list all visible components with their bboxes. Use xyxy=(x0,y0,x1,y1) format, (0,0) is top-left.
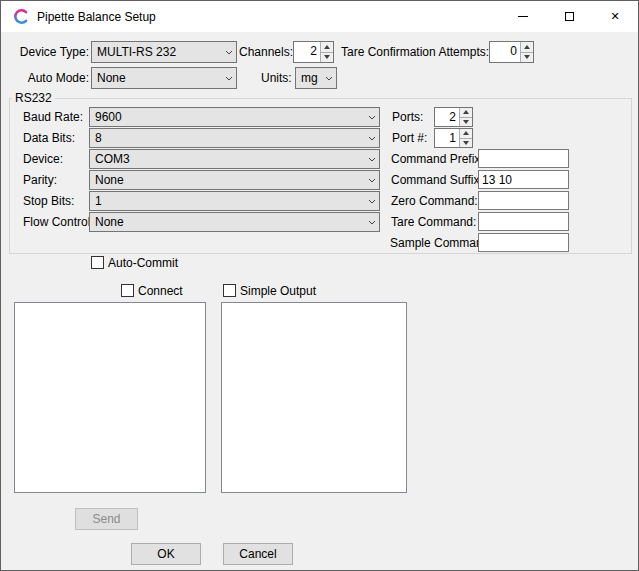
auto-commit-checkbox[interactable] xyxy=(91,256,104,269)
title-bar: Pipette Balance Setup ✕ xyxy=(1,1,638,32)
port-number-label: Port #: xyxy=(392,131,427,145)
device-type-select[interactable]: MULTI-RS 232 xyxy=(91,41,237,63)
baud-rate-label: Baud Rate: xyxy=(23,110,83,124)
units-label: Units: xyxy=(261,71,292,85)
command-prefix-label: Command Prefix: xyxy=(391,152,484,166)
arrow-up-icon xyxy=(463,131,469,135)
ports-up-button[interactable] xyxy=(460,108,472,117)
port-number-up-button[interactable] xyxy=(460,129,472,138)
tare-attempts-label: Tare Confirmation Attempts: xyxy=(341,45,489,59)
rs232-group-label: RS232 xyxy=(12,91,55,105)
chevron-down-icon xyxy=(321,76,336,81)
zero-command-label: Zero Command: xyxy=(391,194,478,208)
channels-down-button[interactable] xyxy=(321,52,333,63)
baud-rate-select[interactable]: 9600 xyxy=(89,107,380,127)
units-value: mg xyxy=(296,71,321,85)
arrow-up-icon xyxy=(324,45,330,49)
arrow-down-icon xyxy=(324,55,330,59)
minimize-icon xyxy=(518,16,528,17)
arrow-up-icon xyxy=(463,110,469,114)
tare-attempts-stepper[interactable]: 0 xyxy=(489,41,534,63)
auto-mode-label: Auto Mode: xyxy=(15,71,89,85)
connect-label: Connect xyxy=(138,284,183,298)
parity-value: None xyxy=(90,173,364,187)
flow-control-select[interactable]: None xyxy=(89,212,380,232)
stop-bits-label: Stop Bits: xyxy=(23,194,74,208)
window-title: Pipette Balance Setup xyxy=(37,10,156,24)
tare-command-label: Tare Command: xyxy=(391,215,476,229)
connect-output-listbox[interactable] xyxy=(14,302,206,493)
device-select[interactable]: COM3 xyxy=(89,149,380,169)
arrow-down-icon xyxy=(463,141,469,145)
channels-stepper[interactable]: 2 xyxy=(293,41,334,63)
zero-command-input[interactable] xyxy=(478,191,569,210)
channels-value: 2 xyxy=(294,42,320,62)
stop-bits-select[interactable]: 1 xyxy=(89,191,380,211)
close-icon: ✕ xyxy=(610,11,619,22)
simple-output-listbox[interactable] xyxy=(221,302,407,493)
arrow-up-icon xyxy=(524,45,530,49)
command-suffix-label: Command Suffix: xyxy=(391,173,483,187)
connect-checkbox[interactable] xyxy=(121,284,134,297)
ports-spin-buttons xyxy=(459,108,472,126)
sample-command-input[interactable] xyxy=(478,233,569,252)
stop-bits-value: 1 xyxy=(90,194,364,208)
data-bits-label: Data Bits: xyxy=(23,131,75,145)
chevron-down-icon xyxy=(364,115,379,120)
chevron-down-icon xyxy=(364,220,379,225)
channels-spin-buttons xyxy=(320,42,333,62)
send-button[interactable]: Send xyxy=(75,508,138,530)
arrow-down-icon xyxy=(463,120,469,124)
tare-command-input[interactable] xyxy=(478,212,569,231)
ports-value: 2 xyxy=(435,108,459,126)
command-suffix-input[interactable] xyxy=(478,170,569,189)
window-controls: ✕ xyxy=(500,1,638,32)
simple-output-label: Simple Output xyxy=(240,284,316,298)
chevron-down-icon xyxy=(364,157,379,162)
simple-output-checkbox[interactable] xyxy=(223,284,236,297)
cancel-button[interactable]: Cancel xyxy=(223,543,293,565)
device-type-value: MULTI-RS 232 xyxy=(92,45,221,59)
auto-mode-value: None xyxy=(92,71,221,85)
tare-attempts-value: 0 xyxy=(490,42,520,62)
baud-rate-value: 9600 xyxy=(90,110,364,124)
arrow-down-icon xyxy=(524,55,530,59)
dialog-window: Pipette Balance Setup ✕ Device Type: MUL… xyxy=(0,0,639,571)
device-label: Device: xyxy=(23,152,63,166)
device-type-label: Device Type: xyxy=(15,45,89,59)
chevron-down-icon xyxy=(221,50,236,55)
chevron-down-icon xyxy=(364,178,379,183)
port-number-stepper[interactable]: 1 xyxy=(434,128,473,148)
ok-button[interactable]: OK xyxy=(131,543,201,565)
auto-commit-label: Auto-Commit xyxy=(108,256,178,270)
data-bits-value: 8 xyxy=(90,131,364,145)
parity-select[interactable]: None xyxy=(89,170,380,190)
chevron-down-icon xyxy=(221,76,236,81)
flow-control-label: Flow Control: xyxy=(23,215,94,229)
device-value: COM3 xyxy=(90,152,364,166)
parity-label: Parity: xyxy=(23,173,57,187)
port-number-value: 1 xyxy=(435,129,459,147)
maximize-button[interactable] xyxy=(546,1,592,32)
maximize-icon xyxy=(565,12,574,21)
close-button[interactable]: ✕ xyxy=(592,1,638,32)
minimize-button[interactable] xyxy=(500,1,546,32)
channels-label: Channels: xyxy=(239,45,293,59)
port-number-down-button[interactable] xyxy=(460,138,472,148)
channels-up-button[interactable] xyxy=(321,42,333,52)
ports-down-button[interactable] xyxy=(460,117,472,127)
chevron-down-icon xyxy=(364,136,379,141)
tare-attempts-down-button[interactable] xyxy=(521,52,533,63)
units-select[interactable]: mg xyxy=(295,67,337,89)
ports-stepper[interactable]: 2 xyxy=(434,107,473,127)
auto-mode-select[interactable]: None xyxy=(91,67,237,89)
command-prefix-input[interactable] xyxy=(478,149,569,168)
flow-control-value: None xyxy=(90,215,364,229)
tare-attempts-up-button[interactable] xyxy=(521,42,533,52)
chevron-down-icon xyxy=(364,199,379,204)
data-bits-select[interactable]: 8 xyxy=(89,128,380,148)
port-number-spin-buttons xyxy=(459,129,472,147)
ports-label: Ports: xyxy=(392,110,423,124)
app-icon xyxy=(13,8,30,25)
tare-attempts-spin-buttons xyxy=(520,42,533,62)
